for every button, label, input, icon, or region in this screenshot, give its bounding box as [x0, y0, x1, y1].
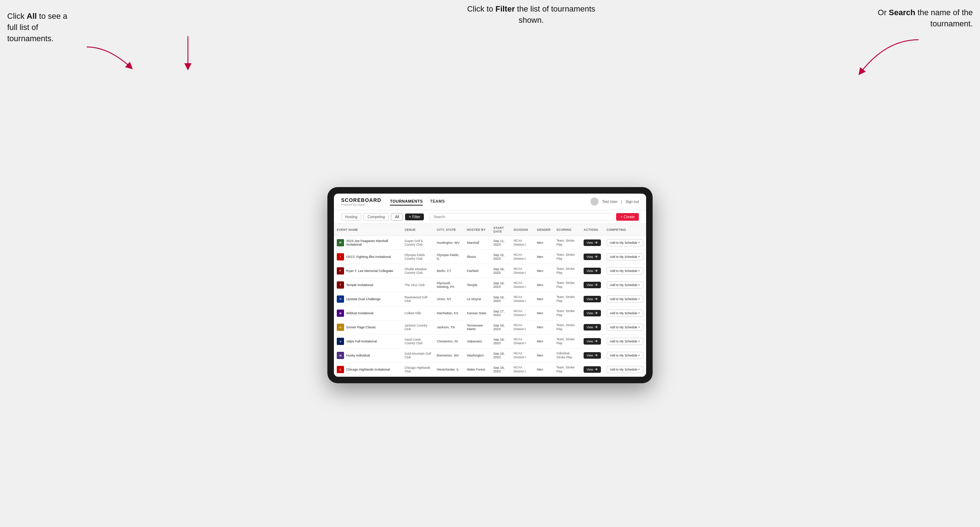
view-button-4[interactable]: View 👁	[584, 296, 601, 302]
cell-event-name-7: V Valpo Fall Invitational	[334, 335, 402, 349]
cell-actions-8: View 👁	[581, 349, 603, 363]
view-button-7[interactable]: View 👁	[584, 338, 601, 344]
cell-gender-7: Men	[534, 335, 554, 349]
add-schedule-button-5[interactable]: Add to My Schedule +	[607, 310, 643, 317]
user-avatar	[590, 198, 598, 206]
eye-icon-6: 👁	[595, 325, 598, 329]
cell-venue-8: Gold Mountain Golf Club	[402, 349, 434, 363]
cell-event-name-3: T Temple Invitational	[334, 278, 402, 292]
cell-division-6: NCAA Division I	[511, 321, 534, 335]
event-name-text-2: Ryan T. Lee Memorial Collegiate	[346, 269, 393, 273]
view-button-0[interactable]: View 👁	[584, 240, 601, 246]
cell-event-name-0: M 2023 Joe Feaganes Marshall Invitationa…	[334, 235, 402, 249]
event-name-text-3: Temple Invitational	[346, 283, 373, 287]
cell-competing-7: Add to My Schedule +	[604, 335, 646, 349]
add-schedule-button-3[interactable]: Add to My Schedule +	[607, 281, 643, 289]
cell-actions-2: View 👁	[581, 264, 603, 278]
cell-venue-2: Shuttle Meadow Country Club	[402, 264, 434, 278]
cell-city-3: Plymouth Meeting, PA	[434, 278, 464, 292]
cell-division-1: NCAA Division I	[511, 249, 534, 264]
cell-actions-6: View 👁	[581, 321, 603, 335]
all-tab[interactable]: All	[391, 213, 403, 221]
cell-hosted-5: Kansas State	[464, 306, 490, 321]
eye-icon-7: 👁	[595, 340, 598, 343]
filter-label: Filter	[412, 215, 420, 219]
table-header: EVENT NAME VENUE CITY, STATE HOSTED BY S…	[334, 224, 646, 236]
view-button-3[interactable]: View 👁	[584, 282, 601, 288]
view-label-4: View	[587, 297, 593, 301]
eye-icon-4: 👁	[595, 297, 598, 301]
add-schedule-button-4[interactable]: Add to My Schedule +	[607, 295, 643, 303]
add-schedule-button-6[interactable]: Add to My Schedule +	[607, 324, 643, 331]
logo-area: SCOREBOARD Powered by clippd	[341, 197, 381, 206]
cell-hosted-0: Marshall	[464, 235, 490, 249]
cell-city-2: Berlin, CT	[434, 264, 464, 278]
header-separator: |	[621, 200, 622, 204]
team-logo-7: V	[337, 338, 344, 345]
cell-city-1: Olympia Fields, IL	[434, 249, 464, 264]
cell-city-7: Chesterton, IN	[434, 335, 464, 349]
cell-hosted-8: Washington	[464, 349, 490, 363]
cell-scoring-1: Team, Stroke Play	[554, 249, 581, 264]
cell-date-7: Sep 18, 2023	[490, 335, 511, 349]
event-name-text-6: Grover Page Classic	[346, 325, 376, 329]
cell-competing-6: Add to My Schedule +	[604, 321, 646, 335]
event-name-text-7: Valpo Fall Invitational	[346, 340, 377, 343]
table-row: I OFCC Fighting Illini Invitational Olym…	[334, 249, 646, 264]
table-row: T Temple Invitational The 1912 Club Plym…	[334, 278, 646, 292]
nav-tabs: TOURNAMENTS TEAMS	[390, 198, 590, 206]
nav-tab-tournaments[interactable]: TOURNAMENTS	[390, 198, 423, 206]
view-button-5[interactable]: View 👁	[584, 310, 601, 316]
view-label-7: View	[587, 340, 593, 343]
add-schedule-button-0[interactable]: Add to My Schedule +	[607, 239, 643, 246]
table-row: W Wildcat Invitational Colbert Hills Man…	[334, 306, 646, 321]
cell-event-name-1: I OFCC Fighting Illini Invitational	[334, 249, 402, 264]
view-label-3: View	[587, 283, 593, 287]
cell-actions-4: View 👁	[581, 292, 603, 306]
table-row: U Upstate Dual Challenge Ravenwood Golf …	[334, 292, 646, 306]
nav-tab-teams[interactable]: TEAMS	[430, 198, 445, 206]
add-schedule-button-1[interactable]: Add to My Schedule +	[607, 253, 643, 260]
signout-link[interactable]: Sign out	[625, 200, 639, 204]
col-competing: COMPETING	[604, 224, 646, 236]
cell-division-2: NCAA Division I	[511, 264, 534, 278]
logo-subtitle: Powered by clippd	[341, 203, 381, 206]
table-row: G Grover Page Classic Jackson Country Cl…	[334, 321, 646, 335]
col-event-name: EVENT NAME	[334, 224, 402, 236]
event-name-text-8: Husky Individual	[346, 354, 370, 357]
view-button-8[interactable]: View 👁	[584, 352, 601, 359]
cell-actions-7: View 👁	[581, 335, 603, 349]
cell-date-0: Sep 11, 2023	[490, 235, 511, 249]
cell-hosted-9: Wake Forest	[464, 363, 490, 377]
cell-actions-1: View 👁	[581, 249, 603, 264]
cell-scoring-6: Team, Stroke Play	[554, 321, 581, 335]
cell-date-5: Sep 17, 2023	[490, 306, 511, 321]
add-schedule-button-7[interactable]: Add to My Schedule +	[607, 338, 643, 345]
filter-button[interactable]: ≡ Filter	[405, 213, 424, 220]
eye-icon-9: 👁	[595, 368, 598, 371]
eye-icon-0: 👁	[595, 241, 598, 244]
hosting-tab[interactable]: Hosting	[341, 213, 361, 221]
view-button-2[interactable]: View 👁	[584, 268, 601, 274]
eye-icon-2: 👁	[595, 269, 598, 273]
cell-division-5: NCAA Division I	[511, 306, 534, 321]
add-schedule-button-9[interactable]: Add to My Schedule +	[607, 366, 643, 373]
add-schedule-button-2[interactable]: Add to My Schedule +	[607, 267, 643, 275]
search-input[interactable]	[430, 213, 614, 221]
cell-date-4: Sep 16, 2023	[490, 292, 511, 306]
cell-gender-2: Men	[534, 264, 554, 278]
view-button-6[interactable]: View 👁	[584, 324, 601, 330]
logo-title: SCOREBOARD	[341, 197, 381, 203]
create-button[interactable]: + Create	[616, 213, 639, 221]
view-button-9[interactable]: View 👁	[584, 366, 601, 373]
cell-city-6: Jackson, TN	[434, 321, 464, 335]
cell-city-0: Huntington, WV	[434, 235, 464, 249]
event-name-text-9: Chicago Highlands Invitational	[346, 368, 390, 371]
arrow-all	[83, 43, 134, 72]
add-schedule-button-8[interactable]: Add to My Schedule +	[607, 352, 643, 359]
view-button-1[interactable]: View 👁	[584, 254, 601, 260]
cell-venue-7: Sand Creek Country Club	[402, 335, 434, 349]
competing-tab[interactable]: Competing	[364, 213, 389, 221]
cell-gender-0: Men	[534, 235, 554, 249]
create-label: + Create	[620, 215, 635, 219]
